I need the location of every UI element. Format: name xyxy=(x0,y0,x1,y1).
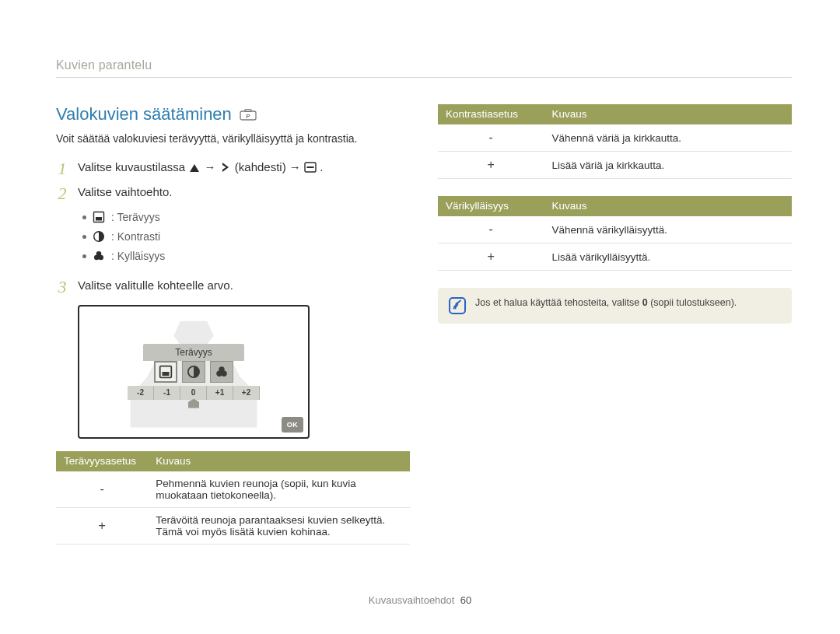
option-saturation: : Kylläisyys xyxy=(82,248,410,264)
cell-desc: Vähennä väriä ja kirkkautta. xyxy=(544,124,793,152)
scale-cell: -1 xyxy=(154,386,180,400)
up-triangle-icon xyxy=(188,163,201,173)
step-number: 1 xyxy=(56,159,68,177)
svg-rect-14 xyxy=(163,372,170,376)
option-label: : Kylläisyys xyxy=(111,248,165,264)
page-number: 60 xyxy=(460,594,471,606)
cell-desc: Terävöitä reunoja parantaaksesi kuvien s… xyxy=(148,507,410,544)
bullet-icon xyxy=(82,254,86,258)
bullet-icon xyxy=(82,215,86,219)
th-desc: Kuvaus xyxy=(148,451,410,471)
arrow-2: → xyxy=(289,160,301,173)
cell-desc: Pehmennä kuvien reunoja (sopii, kun kuvi… xyxy=(148,471,410,508)
cell-desc: Lisää väriä ja kirkkautta. xyxy=(544,152,793,179)
svg-text:P: P xyxy=(246,113,250,120)
sharpness-icon xyxy=(93,211,105,223)
callout-bold: 0 xyxy=(642,297,648,308)
svg-rect-6 xyxy=(307,166,314,168)
right-chevron-icon xyxy=(219,162,232,173)
info-icon xyxy=(449,297,466,314)
step-number: 2 xyxy=(56,184,68,202)
svg-rect-8 xyxy=(96,217,102,221)
svg-marker-4 xyxy=(222,163,229,172)
step-3-text: Valitse valitulle kohteelle arvo. xyxy=(78,277,410,295)
section-title-row: Valokuvien säätäminen P xyxy=(56,104,410,124)
saturation-table: Värikylläisyys Kuvaus - Vähennä värikyll… xyxy=(438,196,792,271)
step-number: 3 xyxy=(56,277,68,296)
saturation-icon xyxy=(93,250,105,262)
scale-cell: +2 xyxy=(233,386,260,400)
tab-sharpness xyxy=(154,361,177,383)
mode-program-icon: P xyxy=(240,108,257,121)
cell-sign: - xyxy=(438,124,544,152)
table-row: - Vähennä väriä ja kirkkautta. xyxy=(438,124,792,152)
cell-sign: + xyxy=(438,152,544,179)
cell-sign: - xyxy=(56,471,148,508)
footer-section: Kuvausvaihtoehdot xyxy=(369,594,455,606)
section-title: Valokuvien säätäminen xyxy=(56,104,232,124)
illustration-tabs xyxy=(154,361,233,383)
left-column: Valokuvien säätäminen P Voit säätää valo… xyxy=(56,104,410,562)
svg-point-12 xyxy=(96,251,102,257)
step-3: 3 Valitse valitulle kohteelle arvo. xyxy=(56,277,410,296)
step-2-text: Valitse vaihtoehto. xyxy=(78,185,172,198)
illustration-label: Terävyys xyxy=(143,344,244,361)
table-row: + Lisää väriä ja kirkkautta. xyxy=(438,152,792,179)
option-sharpness: : Terävyys xyxy=(82,209,410,226)
cell-desc: Vähennä värikylläisyyttä. xyxy=(544,216,793,243)
contrast-icon xyxy=(93,230,105,243)
step-1-mid: (kahdesti) xyxy=(235,160,289,173)
adjust-menu-icon xyxy=(304,162,317,173)
th-setting: Kontrastiasetus xyxy=(438,104,544,124)
callout-pre: Jos et halua käyttää tehosteita, valitse xyxy=(475,297,642,308)
callout-text: Jos et halua käyttää tehosteita, valitse… xyxy=(475,297,737,308)
step-1-pre: Valitse kuvaustilassa xyxy=(78,160,188,173)
illustration: Terävyys -2 -1 xyxy=(78,305,310,439)
table-row: + Lisää värikylläisyyttä. xyxy=(438,243,792,271)
contrast-table: Kontrastiasetus Kuvaus - Vähennä väriä j… xyxy=(438,104,792,179)
table-row: - Pehmennä kuvien reunoja (sopii, kun ku… xyxy=(56,471,410,508)
svg-point-18 xyxy=(219,366,224,372)
step-1: 1 Valitse kuvaustilassa → (kahdesti) → xyxy=(56,159,410,177)
scale-cell: 0 xyxy=(180,386,207,400)
scale-cell: -2 xyxy=(128,386,154,400)
callout-post: (sopii tulostukseen). xyxy=(648,297,737,308)
step-1-end: . xyxy=(320,160,323,173)
option-contrast: : Kontrasti xyxy=(82,229,410,245)
steps-list: 1 Valitse kuvaustilassa → (kahdesti) → xyxy=(56,159,410,296)
scale: -2 -1 0 +1 +2 xyxy=(128,386,260,400)
th-setting: Terävyysasetus xyxy=(56,451,148,471)
arrow: → xyxy=(204,160,215,173)
right-column: Kontrastiasetus Kuvaus - Vähennä väriä j… xyxy=(438,104,792,562)
intro-text: Voit säätää valokuviesi terävyyttä, väri… xyxy=(56,132,410,145)
step-2: 2 Valitse vaihtoehto. xyxy=(56,184,410,271)
breadcrumb: Kuvien parantelu xyxy=(56,58,792,78)
table-row: - Vähennä värikylläisyyttä. xyxy=(438,216,792,243)
svg-rect-1 xyxy=(245,110,251,112)
table-row: + Terävöitä reunoja parantaaksesi kuvien… xyxy=(56,507,410,544)
step-1-body: Valitse kuvaustilassa → (kahdesti) → xyxy=(78,159,410,177)
cell-sign: + xyxy=(438,243,544,271)
option-label: : Kontrasti xyxy=(111,229,160,245)
tab-saturation xyxy=(210,361,233,383)
bullet-icon xyxy=(82,235,86,239)
cell-desc: Lisää värikylläisyyttä. xyxy=(544,243,793,271)
tab-contrast xyxy=(182,361,205,383)
cell-sign: + xyxy=(56,507,148,544)
th-desc: Kuvaus xyxy=(544,104,793,124)
sharpness-table: Terävyysasetus Kuvaus - Pehmennä kuvien … xyxy=(56,451,410,545)
cell-sign: - xyxy=(438,216,544,243)
scale-cell: +1 xyxy=(207,386,233,400)
note-callout: Jos et halua käyttää tehosteita, valitse… xyxy=(438,288,792,324)
th-desc: Kuvaus xyxy=(544,196,793,216)
th-setting: Värikylläisyys xyxy=(438,196,544,216)
svg-marker-3 xyxy=(190,164,199,172)
footer: Kuvausvaihtoehdot 60 xyxy=(0,594,840,606)
options-list: : Terävyys : Kontrasti xyxy=(78,205,410,271)
option-label: : Terävyys xyxy=(111,209,160,226)
ok-button: OK xyxy=(282,417,303,433)
